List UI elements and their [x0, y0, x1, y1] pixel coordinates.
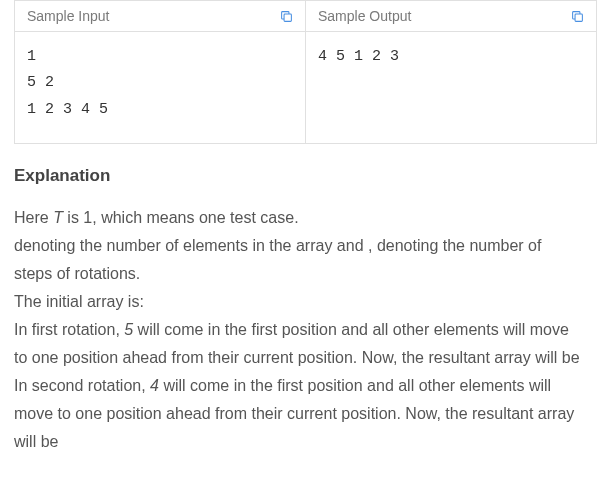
text-fragment: The initial array is:	[14, 293, 144, 310]
explanation-heading: Explanation	[14, 166, 584, 186]
sample-input-header: Sample Input	[15, 1, 305, 32]
explanation-section: Explanation Here T is 1, which means one…	[0, 144, 598, 456]
italic-T: T	[53, 209, 63, 226]
sample-output-column: Sample Output 4 5 1 2 3	[306, 1, 597, 143]
sample-table: Sample Input 1 5 2 1 2 3 4 5 Sample Outp…	[14, 0, 597, 144]
sample-output-content: 4 5 1 2 3	[306, 32, 596, 132]
copy-icon[interactable]	[571, 10, 584, 23]
text-fragment: denoting the number of elements in the a…	[14, 237, 541, 282]
italic-5: 5	[124, 321, 133, 338]
copy-icon[interactable]	[280, 10, 293, 23]
sample-output-label: Sample Output	[318, 8, 411, 24]
explanation-text: Here T is 1, which means one test case. …	[14, 204, 584, 456]
sample-input-content: 1 5 2 1 2 3 4 5	[15, 32, 305, 143]
italic-4: 4	[150, 377, 159, 394]
sample-output-header: Sample Output	[306, 1, 596, 32]
sample-input-column: Sample Input 1 5 2 1 2 3 4 5	[14, 1, 306, 143]
text-fragment: In first rotation,	[14, 321, 124, 338]
text-fragment: is 1, which means one test case.	[63, 209, 299, 226]
text-fragment: Here	[14, 209, 53, 226]
text-fragment: In second rotation,	[14, 377, 150, 394]
svg-rect-1	[575, 14, 582, 21]
sample-input-label: Sample Input	[27, 8, 110, 24]
svg-rect-0	[284, 14, 291, 21]
